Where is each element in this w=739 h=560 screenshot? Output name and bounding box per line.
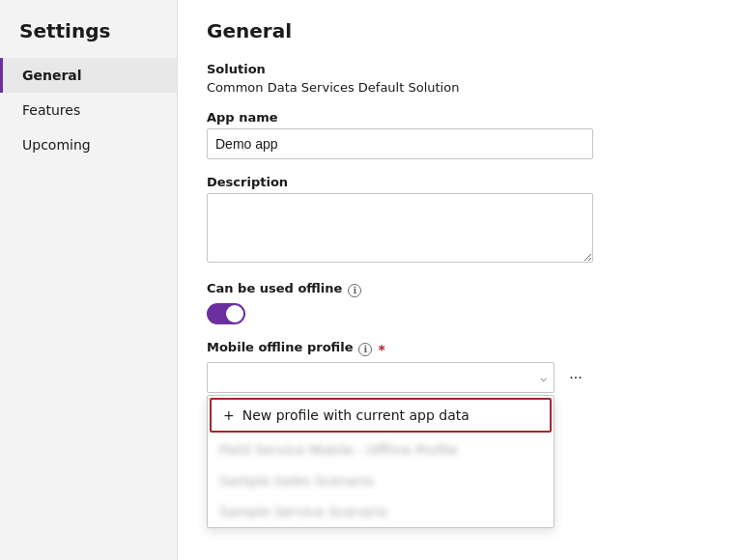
solution-label: Solution bbox=[207, 62, 710, 76]
dropdown-item-3-label: Sample Sales Scenario bbox=[219, 473, 374, 489]
page-title: General bbox=[207, 19, 710, 42]
toggle-thumb bbox=[226, 305, 243, 322]
mobile-profile-dropdown-wrapper: ⌵ + New profile with current app data Fi… bbox=[207, 362, 554, 393]
app-name-section: App name bbox=[207, 110, 710, 159]
main-content: General Solution Common Data Services De… bbox=[178, 0, 739, 560]
plus-icon: + bbox=[223, 407, 235, 423]
sidebar-item-upcoming[interactable]: Upcoming bbox=[0, 127, 177, 162]
offline-toggle-container bbox=[207, 303, 710, 324]
mobile-profile-info-icon[interactable]: ℹ bbox=[358, 343, 372, 356]
app-name-label: App name bbox=[207, 110, 710, 125]
description-label: Description bbox=[207, 175, 710, 189]
dropdown-menu: + New profile with current app data Fiel… bbox=[207, 395, 554, 528]
sidebar-item-features[interactable]: Features bbox=[0, 93, 177, 127]
solution-section: Solution Common Data Services Default So… bbox=[207, 62, 710, 95]
mobile-profile-label: Mobile offline profile bbox=[207, 340, 353, 354]
dropdown-item-3[interactable]: Sample Sales Scenario bbox=[208, 465, 554, 496]
dropdown-row: ⌵ + New profile with current app data Fi… bbox=[207, 362, 710, 393]
dropdown-item-4[interactable]: Sample Service Scenario bbox=[208, 496, 554, 527]
new-profile-label: New profile with current app data bbox=[242, 407, 469, 423]
sidebar-title: Settings bbox=[0, 0, 177, 58]
dropdown-item-4-label: Sample Service Scenario bbox=[219, 504, 387, 519]
description-input[interactable] bbox=[207, 193, 593, 263]
dropdown-item-2[interactable]: Field Service Mobile - Offline Profile bbox=[208, 434, 554, 465]
sidebar: Settings General Features Upcoming bbox=[0, 0, 178, 560]
offline-section: Can be used offline ℹ bbox=[207, 281, 710, 324]
offline-label: Can be used offline bbox=[207, 281, 342, 295]
solution-value: Common Data Services Default Solution bbox=[207, 80, 710, 95]
dropdown-item-2-label: Field Service Mobile - Offline Profile bbox=[219, 442, 458, 458]
sidebar-nav: General Features Upcoming bbox=[0, 58, 177, 162]
offline-toggle[interactable] bbox=[207, 303, 245, 324]
mobile-profile-section: Mobile offline profile ℹ * ⌵ + New profi… bbox=[207, 340, 710, 393]
required-indicator: * bbox=[378, 342, 384, 357]
mobile-profile-dropdown[interactable] bbox=[207, 362, 554, 393]
app-name-input[interactable] bbox=[207, 128, 593, 159]
sidebar-item-general[interactable]: General bbox=[0, 58, 177, 93]
offline-info-icon[interactable]: ℹ bbox=[348, 284, 361, 297]
more-icon: ··· bbox=[569, 369, 582, 386]
more-options-button[interactable]: ··· bbox=[562, 364, 589, 391]
dropdown-item-new-profile[interactable]: + New profile with current app data bbox=[210, 398, 552, 433]
description-section: Description bbox=[207, 175, 710, 266]
